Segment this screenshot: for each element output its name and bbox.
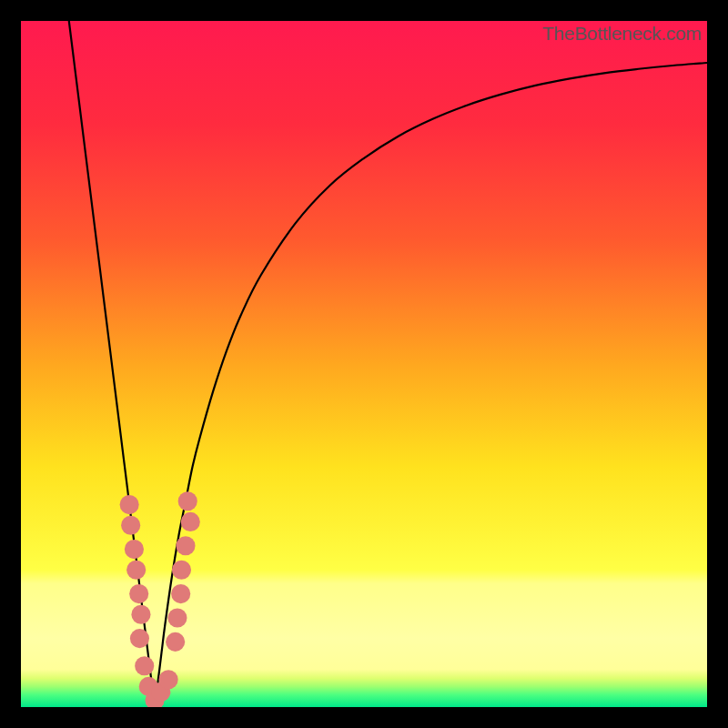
plot-area: TheBottleneck.com: [21, 21, 707, 707]
bottleneck-curve: [69, 21, 707, 703]
data-marker: [166, 632, 185, 652]
data-marker: [172, 561, 191, 580]
data-marker: [135, 656, 154, 675]
data-marker: [129, 584, 148, 603]
data-marker: [181, 512, 200, 531]
data-marker: [130, 629, 149, 648]
data-marker: [120, 495, 139, 514]
data-marker: [178, 491, 197, 511]
chart-frame: TheBottleneck.com: [0, 0, 728, 728]
data-marker: [171, 584, 190, 603]
watermark-text: TheBottleneck.com: [542, 23, 702, 45]
data-marker: [126, 561, 146, 580]
marker-group: [120, 491, 200, 707]
data-marker: [125, 540, 144, 559]
data-marker: [121, 516, 140, 535]
data-marker: [159, 670, 178, 689]
data-marker: [176, 536, 195, 555]
curve-layer: [21, 21, 707, 707]
data-marker: [131, 605, 150, 624]
data-marker: [167, 608, 187, 627]
